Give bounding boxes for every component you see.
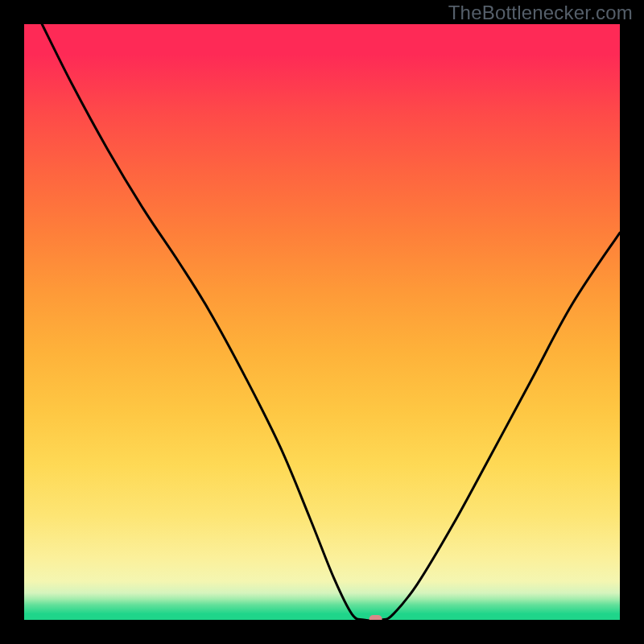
chart-background: [24, 24, 620, 620]
optimal-point-marker: [369, 615, 382, 620]
chart-svg: [24, 24, 620, 620]
watermark-label: TheBottlenecker.com: [448, 2, 633, 24]
chart-container: TheBottlenecker.com: [0, 0, 644, 644]
plot-area: [24, 24, 620, 620]
